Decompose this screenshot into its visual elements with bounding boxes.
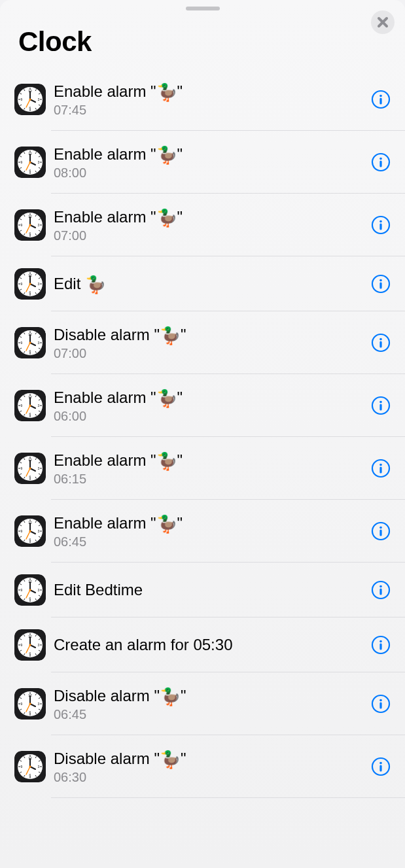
- item-text: Enable alarm "🦆"06:45: [54, 513, 363, 549]
- item-title-suffix: ": [177, 513, 183, 533]
- info-icon: [371, 90, 391, 109]
- item-subtitle: 08:00: [54, 165, 363, 181]
- info-icon: [371, 694, 391, 714]
- info-button[interactable]: [371, 396, 391, 415]
- info-button[interactable]: [371, 635, 391, 655]
- info-button[interactable]: [371, 521, 391, 541]
- info-icon: [371, 580, 391, 600]
- info-icon: [371, 396, 391, 415]
- duck-emoji-icon: 🦆: [156, 147, 177, 164]
- item-title-prefix: Enable alarm ": [54, 207, 156, 227]
- item-subtitle: 06:45: [54, 534, 363, 549]
- item-title: Enable alarm "🦆": [54, 82, 363, 101]
- item-text: Enable alarm "🦆"06:00: [54, 388, 363, 424]
- item-text: Enable alarm "🦆"07:00: [54, 207, 363, 243]
- info-button[interactable]: [371, 757, 391, 776]
- list-item[interactable]: Disable alarm "🦆"06:45: [0, 672, 405, 735]
- item-title-suffix: ": [177, 388, 183, 408]
- item-title-suffix: ": [177, 451, 183, 470]
- shortcut-list: Enable alarm "🦆"07:45Enable alarm "🦆"08:…: [0, 65, 405, 798]
- item-text: Create an alarm for 05:30: [54, 635, 363, 655]
- clock-app-icon: [14, 629, 46, 661]
- list-item[interactable]: Enable alarm "🦆"06:15: [0, 437, 405, 500]
- list-item[interactable]: Enable alarm "🦆"08:00: [0, 131, 405, 194]
- info-button[interactable]: [371, 333, 391, 353]
- close-icon: [372, 12, 393, 33]
- info-icon: [371, 333, 391, 353]
- info-button[interactable]: [371, 274, 391, 294]
- item-title-prefix: Create an alarm for 05:30: [54, 635, 232, 655]
- clock-app-icon: [14, 327, 46, 358]
- item-title-prefix: Disable alarm ": [54, 749, 160, 769]
- clock-app-icon: [14, 390, 46, 421]
- item-text: Enable alarm "🦆"07:45: [54, 82, 363, 118]
- item-title: Enable alarm "🦆": [54, 388, 363, 408]
- clock-app-icon: [14, 751, 46, 782]
- info-button[interactable]: [371, 152, 391, 172]
- info-icon: [371, 521, 391, 541]
- item-title-prefix: Edit Bedtime: [54, 580, 143, 600]
- close-button[interactable]: [371, 10, 395, 34]
- info-icon: [371, 635, 391, 655]
- sheet-grabber[interactable]: [186, 7, 220, 10]
- list-item[interactable]: Enable alarm "🦆"07:45: [0, 68, 405, 131]
- page-title: Clock: [18, 26, 387, 58]
- info-button[interactable]: [371, 694, 391, 714]
- clock-app-icon: [14, 268, 46, 300]
- item-title-suffix: ": [181, 325, 186, 345]
- item-title-suffix: ": [181, 686, 186, 706]
- item-title: Disable alarm "🦆": [54, 749, 363, 769]
- item-title-suffix: ": [177, 207, 183, 227]
- duck-emoji-icon: 🦆: [156, 515, 177, 532]
- item-subtitle: 07:45: [54, 103, 363, 118]
- clock-app-icon: [14, 453, 46, 484]
- item-subtitle: 07:00: [54, 228, 363, 243]
- item-title: Enable alarm "🦆": [54, 451, 363, 470]
- item-title-prefix: Enable alarm ": [54, 388, 156, 408]
- info-icon: [371, 757, 391, 776]
- item-title-prefix: Enable alarm ": [54, 145, 156, 164]
- item-subtitle: 06:00: [54, 409, 363, 424]
- item-text: Disable alarm "🦆"06:30: [54, 749, 363, 785]
- item-title: Disable alarm "🦆": [54, 325, 363, 345]
- clock-app-icon: [14, 147, 46, 178]
- item-title-prefix: Enable alarm ": [54, 513, 156, 533]
- clock-app-icon: [14, 574, 46, 606]
- info-button[interactable]: [371, 215, 391, 235]
- item-title: Edit Bedtime: [54, 580, 363, 600]
- item-title: Disable alarm "🦆": [54, 686, 363, 706]
- list-item[interactable]: Disable alarm "🦆"07:00: [0, 311, 405, 374]
- duck-emoji-icon: 🦆: [160, 327, 181, 344]
- list-item[interactable]: Edit 🦆: [0, 256, 405, 311]
- item-title: Edit 🦆: [54, 274, 363, 294]
- list-item[interactable]: Enable alarm "🦆"06:45: [0, 500, 405, 563]
- clock-app-icon: [14, 515, 46, 547]
- duck-emoji-icon: 🦆: [156, 84, 177, 101]
- item-text: Disable alarm "🦆"06:45: [54, 686, 363, 722]
- info-button[interactable]: [371, 459, 391, 478]
- list-item[interactable]: Enable alarm "🦆"06:00: [0, 374, 405, 437]
- duck-emoji-icon: 🦆: [85, 276, 106, 293]
- duck-emoji-icon: 🦆: [160, 751, 181, 768]
- info-button[interactable]: [371, 580, 391, 600]
- list-item[interactable]: Enable alarm "🦆"07:00: [0, 194, 405, 256]
- list-item[interactable]: Edit Bedtime: [0, 563, 405, 617]
- info-icon: [371, 215, 391, 235]
- item-text: Enable alarm "🦆"08:00: [54, 145, 363, 181]
- item-title-prefix: Enable alarm ": [54, 82, 156, 101]
- item-title-prefix: Disable alarm ": [54, 686, 160, 706]
- duck-emoji-icon: 🦆: [160, 688, 181, 705]
- list-item[interactable]: Disable alarm "🦆"06:30: [0, 735, 405, 798]
- item-subtitle: 06:30: [54, 770, 363, 785]
- item-title: Create an alarm for 05:30: [54, 635, 363, 655]
- item-subtitle: 07:00: [54, 346, 363, 361]
- item-text: Disable alarm "🦆"07:00: [54, 325, 363, 361]
- info-button[interactable]: [371, 90, 391, 109]
- item-text: Edit Bedtime: [54, 580, 363, 600]
- item-title-suffix: ": [177, 145, 183, 164]
- item-subtitle: 06:45: [54, 707, 363, 722]
- clock-app-icon: [14, 209, 46, 241]
- list-item[interactable]: Create an alarm for 05:30: [0, 617, 405, 672]
- info-icon: [371, 152, 391, 172]
- item-title-prefix: Edit: [54, 274, 85, 294]
